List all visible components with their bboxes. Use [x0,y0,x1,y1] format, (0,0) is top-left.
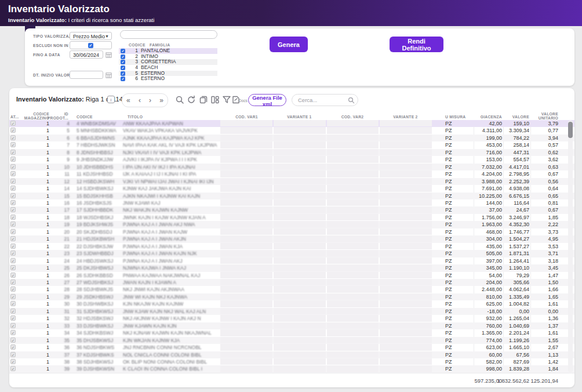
table-row[interactable]: ✓ 1 24 24 HBDJSWKSJ PJWNA KAJ A I JWAN A… [9,257,574,264]
table-row[interactable]: ✓ 1 34 34 SJDHKBSWJ NKJ KJNAW KAJWN KAJN… [9,329,574,336]
info-icon[interactable]: i [107,96,115,103]
table-row[interactable]: ✓ 1 18 18 WJSDHBSKJ JWNK KAJN I KAJW KAJ… [9,214,574,221]
first-page-icon[interactable]: « [126,95,130,106]
table-row[interactable]: ✓ 1 8 8 JDNSHHBBSJ NJKI VKAVI I IV VAJI … [9,149,574,156]
row-checkbox[interactable]: ✓ [10,308,16,314]
table-row[interactable]: ✓ 1 10 10 JDHSBBDHS I IPA IJN AKI IV IKJ… [9,164,574,170]
row-checkbox[interactable]: ✓ [10,244,16,249]
famiglia-row[interactable]: ✓ 6 ESTERNO [119,76,217,82]
famiglia-checkbox[interactable]: ✓ [121,66,125,70]
table-row[interactable]: ✓ 1 27 27 WDJSHBKSJ JWAN KAJN I KJAWN A … [9,279,574,286]
row-checkbox[interactable]: ✓ [10,366,16,371]
table-row[interactable]: ✓ 1 11 11 KDJSHHBSD IJK A KAIAAJ I IJ I … [9,170,574,177]
calendar-icon[interactable] [106,72,112,78]
famiglia-row[interactable]: ✓ 4 BEACH [119,65,217,71]
row-checkbox[interactable]: ✓ [10,171,16,176]
row-checkbox[interactable]: ✓ [10,280,16,285]
table-row[interactable]: ✓ 1 12 12 HSBDJKSWH VJKI VI NPWAI IJAI J… [9,178,574,185]
row-checkbox[interactable]: ✓ [10,286,16,292]
row-checkbox[interactable]: ✓ [10,142,16,147]
table-row[interactable]: ✓ 1 16 16 JSDHBKSJS JNW KJAWI KAJ PZ 144… [9,199,574,206]
tipo-valorizzazione-select[interactable]: Prezzo Medio ▼ [70,32,112,40]
famiglia-checkbox[interactable]: ✓ [121,60,125,64]
table-row[interactable]: ✓ 1 31 31 SJDHBKWSJ JNW KJAW KAJN NKJ WA… [9,308,574,315]
row-checkbox[interactable]: ✓ [10,164,16,169]
table-row[interactable]: ✓ 1 39 39 DJSHBKWSN K CLAOI IN CONNA COL… [9,365,574,372]
next-page-icon[interactable]: › [149,95,151,106]
row-checkbox[interactable]: ✓ [10,315,16,321]
row-checkbox[interactable]: ✓ [10,352,16,357]
row-checkbox[interactable]: ✓ [10,294,16,299]
row-checkbox[interactable]: ✓ [10,251,16,256]
row-checkbox[interactable]: ✓ [10,301,16,306]
row-checkbox[interactable]: ✓ [10,222,16,227]
rendi-definitivo-button[interactable]: Rendi Definitivo [390,37,443,52]
dt-inizio-valorizzazione-input[interactable] [70,71,103,79]
duplicate-page-icon[interactable] [199,95,208,104]
row-checkbox[interactable]: ✓ [10,200,16,205]
table-row[interactable]: ✓ 1 7 7 HBDHSJWKSN NAVI IPAA KAK AKL IV … [9,141,574,148]
table-row[interactable]: ✓ 1 38 38 SDJHBKWSJ OK BLIP NONI CONNA C… [9,358,574,365]
row-checkbox[interactable]: ✓ [10,265,16,270]
table-row[interactable]: ✓ 1 33 33 DJSHBWKSJ JNW KJAWN KAJN KJN P… [9,322,574,329]
table-row[interactable]: ✓ 1 36 36 NDJSHBKWS JNJ RNCBNIN CONNI NC… [9,344,574,351]
table-row[interactable]: ✓ 1 35 35 DHJSBKWSJ KJN WKJAN KAJNW KJA … [9,337,574,344]
famiglia-row[interactable]: ✓ 3 CORSETTERIA [119,59,217,65]
famiglia-row[interactable]: ✓ 5 ESTERNO [119,71,217,77]
row-checkbox[interactable]: ✓ [10,273,16,278]
row-checkbox[interactable]: ✓ [10,207,16,212]
row-checkbox[interactable]: ✓ [10,157,16,162]
table-row[interactable]: ✓ 1 14 14 SJDHBWKSJ KJNW KAJ JAKJWA KAJN… [9,185,574,192]
row-checkbox[interactable]: ✓ [10,337,16,343]
table-row[interactable]: ✓ 1 6 6 BBASJDHWNS AJNK KKAAJPAA KAJPWA … [9,135,574,141]
table-row[interactable]: ✓ 1 26 26 SJDHKBBSD PNWAA KAJWAA NAKJWNA… [9,272,574,279]
famiglia-search-input[interactable] [120,30,217,39]
famiglia-checkbox[interactable]: ✓ [121,71,125,76]
table-row[interactable]: ✓ 1 5 5 MNHSBDKKWA VKAV WAKJA VPKAKA VAJ… [9,127,574,134]
table-row[interactable]: ✓ 1 20 20 SKJDHBSDJ PJWNA KAJ A I JWAN K… [9,228,574,235]
refresh-icon[interactable] [187,95,196,104]
row-checkbox[interactable]: ✓ [10,323,16,328]
table-row[interactable]: ✓ 1 19 19 BDJKSHWJS PJWNA KAJ A I JWAN A… [9,221,574,228]
last-page-icon[interactable]: » [159,95,163,106]
row-checkbox[interactable]: ✓ [10,186,16,191]
row-checkbox[interactable]: ✓ [10,344,16,350]
scrollbar-thumb[interactable] [568,122,573,138]
table-row[interactable]: ✓ 1 23 23 SJDWHBBDJ PJWNA KAJ A I JWAN K… [9,250,574,257]
genera-file-xml-button[interactable]: Genera File xml [248,94,286,106]
table-row[interactable]: ✓ 1 32 32 HDJSBKSWJ NKJ AKJNW KAJNW I KA… [9,315,574,322]
row-checkbox[interactable]: ✓ [10,121,16,126]
table-row[interactable]: ✓ 1 15 15 BDJSKHHSB AJKN NKAJWI I KAJNW … [9,193,574,199]
table-row[interactable]: ✓ 1 25 25 DKJSHBWSJ NJWNA KAJWA I JNWA K… [9,264,574,271]
table-row[interactable]: ✓ 1 17 17 SJDHHBBDK NKJ WAKJN KAJWN KAJN… [9,206,574,213]
famiglia-checkbox[interactable]: ✓ [121,49,125,53]
row-checkbox[interactable]: ✓ [10,179,16,184]
table-row[interactable]: ✓ 1 22 22 DJSHBKSJW PJWNA KAJ A I JWAN K… [9,243,574,250]
table-row[interactable]: ✓ 1 9 9 JHBSNDKJJW AJVKI I IKJPA IV KJPW… [9,156,574,163]
columns-layout-icon[interactable] [210,95,220,104]
vertical-scrollbar[interactable] [568,121,573,372]
row-checkbox[interactable]: ✓ [10,135,16,140]
table-row[interactable]: ✓ 1 30 30 DJSHWBKSJ KJN NKAJW KAJN KAJNW… [9,300,574,307]
table-row[interactable]: ✓ 1 37 37 KDJSHBWKS NOL CNICLA CONNI COL… [9,351,574,358]
row-checkbox[interactable]: ✓ [10,359,16,364]
row-checkbox[interactable]: ✓ [10,258,16,263]
table-row[interactable]: ✓ 1 28 28 SDJHBWKJS NKJ JNWI KAJN AKJNWA… [9,286,574,293]
fino-a-data-input[interactable]: 30/06/2024 [70,50,103,59]
prev-page-icon[interactable]: ‹ [139,95,141,106]
table-row[interactable]: ✓ 1 21 21 HDJSKBWSH PJWNA KAJ A I JWAN A… [9,235,574,242]
row-checkbox[interactable]: ✓ [10,128,16,133]
famiglia-checkbox[interactable]: ✓ [121,55,125,59]
famiglia-checkbox[interactable]: ✓ [121,77,125,81]
escludi-non-in-giacenza-checkbox[interactable]: ✓ [88,43,93,48]
row-checkbox[interactable]: ✓ [10,236,16,241]
search-icon[interactable] [175,95,184,104]
filter-icon[interactable] [222,95,231,104]
row-checkbox[interactable]: ✓ [10,229,16,234]
table-row[interactable]: ✓ 1 4 4 WNBSKDMSAV ANW KKAAJPAA KAPWAN P… [9,120,574,127]
row-checkbox[interactable]: ✓ [10,330,16,335]
famiglia-row[interactable]: ✓ 1 PANTALONE [119,48,217,54]
table-row[interactable]: ✓ 1 29 29 JSDKHBSWJ JNW WI KAJN NKJ KAJN… [9,293,574,300]
row-checkbox[interactable]: ✓ [10,150,16,155]
genera-button[interactable]: Genera [270,37,308,52]
